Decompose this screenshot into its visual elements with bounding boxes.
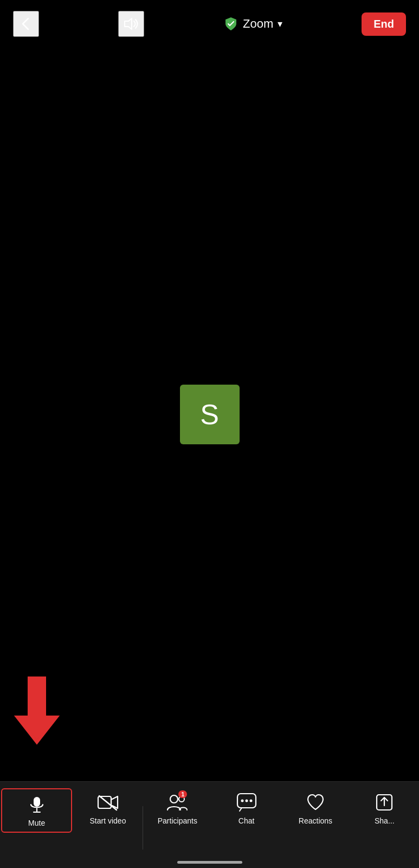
svg-point-15 [245,800,248,802]
participants-label: Participants [158,816,197,825]
back-button[interactable] [13,11,39,37]
svg-rect-5 [34,797,40,807]
share-label: Sha... [375,816,395,825]
meeting-title-area[interactable]: Zoom ▾ [223,16,282,31]
reactions-icon-wrap [305,792,326,813]
avatar-letter: S [200,398,219,431]
participants-badge: 1 [178,790,187,798]
volume-button[interactable] [118,11,144,37]
toolbar-item-chat[interactable]: Chat [212,787,281,829]
chevron-down-icon: ▾ [278,18,282,30]
toolbar-item-start-video[interactable]: Start video [73,787,142,829]
start-video-label: Start video [90,816,126,825]
bottom-toolbar: Mute Start video 1 Participants [0,781,419,868]
toolbar-item-mute[interactable]: Mute [1,788,72,833]
mute-label: Mute [28,819,45,827]
svg-point-11 [170,795,178,803]
svg-marker-0 [125,18,132,29]
reactions-label: Reactions [299,816,332,825]
svg-point-14 [241,800,243,802]
heart-icon [306,793,325,812]
svg-rect-8 [98,796,111,808]
share-icon-wrap [373,792,395,813]
meeting-title: Zoom [243,17,273,31]
chat-label: Chat [238,816,255,825]
video-camera-icon [97,794,119,811]
mute-icon-wrap [26,794,48,815]
video-icon-wrap [97,792,119,813]
chat-icon [236,793,257,812]
down-arrow-icon [17,678,56,743]
toolbar-item-reactions[interactable]: Reactions [281,787,350,829]
svg-point-16 [249,800,252,802]
top-bar: Zoom ▾ End [0,0,419,48]
toolbar-item-share[interactable]: Sha... [350,787,419,829]
volume-icon [122,16,140,31]
video-area: S [0,48,419,781]
end-button[interactable]: End [362,12,406,36]
participants-icon-wrap: 1 [166,792,188,813]
share-icon [375,793,394,812]
microphone-icon [27,795,47,814]
arrow-indicator [15,678,59,743]
home-indicator [177,861,242,864]
shield-icon [223,16,238,31]
svg-rect-3 [31,680,43,718]
participant-avatar: S [180,385,240,444]
back-icon [18,16,34,31]
chat-icon-wrap [236,792,257,813]
toolbar-item-participants[interactable]: 1 Participants [143,787,212,829]
